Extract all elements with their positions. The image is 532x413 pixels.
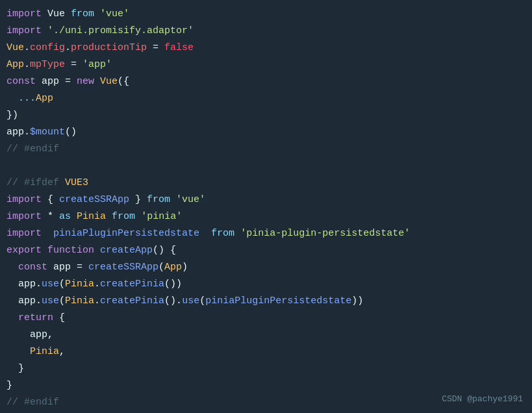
code-token: ( — [199, 294, 205, 309]
code-token: Pinia — [65, 294, 94, 309]
code-token: ( — [59, 277, 65, 292]
code-token: App — [36, 91, 53, 106]
code-token: from — [211, 226, 234, 242]
code-line: import * as Pinia from 'pinia' — [6, 209, 526, 226]
code-token: App — [6, 57, 24, 73]
code-token — [94, 6, 100, 22]
code-token: 'app' — [82, 57, 112, 73]
code-token: * — [42, 209, 59, 225]
code-token: () — [65, 125, 77, 140]
code-token: ({ — [118, 74, 129, 90]
code-token: 'pinia-plugin-persistedstate' — [240, 226, 410, 242]
code-token: app — [6, 125, 24, 140]
code-token: from — [112, 209, 135, 225]
code-token — [42, 243, 47, 258]
code-token: productionTip — [71, 40, 147, 56]
code-token: . — [94, 277, 100, 292]
code-token: // — [6, 175, 24, 191]
code-token: app. — [6, 294, 42, 309]
code-line: const app = createSSRApp(App) — [6, 260, 526, 277]
code-line: return { — [6, 310, 526, 327]
code-token: piniaPluginPersistedstate — [53, 226, 199, 242]
code-line: import './uni.promisify.adaptor' — [6, 23, 526, 40]
code-token: use — [42, 277, 59, 292]
code-token: Vue — [100, 74, 118, 90]
code-token — [94, 74, 100, 90]
code-token: } — [6, 378, 12, 394]
code-token: import — [6, 23, 42, 39]
code-token: function — [47, 243, 94, 258]
code-token: ( — [59, 294, 65, 309]
code-token: }) — [6, 108, 18, 123]
code-token: import — [6, 226, 42, 242]
code-token: . — [94, 294, 100, 309]
code-token: { — [42, 192, 59, 208]
code-line: // #ifdef VUE3 — [6, 175, 526, 192]
code-line: Vue.config.productionTip = false — [6, 40, 526, 57]
code-token: )) — [351, 294, 363, 309]
code-line: }) — [6, 108, 526, 125]
code-token: createSSRApp — [88, 260, 158, 275]
code-token — [106, 209, 112, 225]
code-line: App.mpType = 'app' — [6, 57, 526, 74]
code-line: } — [6, 361, 526, 378]
code-token: Vue — [6, 40, 24, 56]
code-token — [6, 310, 18, 326]
code-token — [170, 192, 176, 208]
code-line: app.use(Pinia.createPinia()) — [6, 277, 526, 294]
code-line: const app = new Vue({ — [6, 74, 526, 91]
code-token: } — [129, 192, 147, 208]
code-token: config — [30, 40, 65, 56]
code-token: = — [147, 40, 164, 56]
code-token: app = — [36, 74, 77, 90]
code-token: from — [71, 6, 94, 22]
code-line: ...App — [6, 91, 526, 108]
code-editor: import Vue from 'vue'import './uni.promi… — [0, 0, 532, 413]
code-token — [234, 226, 240, 242]
code-token: const — [6, 74, 36, 90]
code-line: import { createSSRApp } from 'vue' — [6, 192, 526, 209]
code-token: createPinia — [100, 294, 164, 309]
code-token: VUE3 — [65, 175, 88, 191]
code-token: // #endif — [6, 395, 59, 410]
code-token: const — [18, 260, 47, 275]
code-line: app, — [6, 327, 526, 344]
code-line: import piniaPluginPersistedstate from 'p… — [6, 226, 526, 243]
code-token: Vue — [42, 6, 71, 22]
code-token: import — [6, 6, 42, 22]
code-token: from — [147, 192, 170, 208]
code-token: , — [59, 344, 65, 360]
code-token: Pinia — [65, 277, 94, 292]
code-token: use — [42, 294, 59, 309]
code-token: './uni.promisify.adaptor' — [47, 23, 194, 39]
code-token: ( — [158, 260, 164, 275]
code-block: import Vue from 'vue'import './uni.promi… — [6, 6, 526, 412]
code-token: . — [65, 40, 71, 56]
code-token: Pinia — [6, 344, 59, 360]
code-token: piniaPluginPersistedstate — [205, 294, 351, 309]
watermark: CSDN @pachye1991 — [442, 393, 523, 407]
code-token: = — [65, 57, 82, 73]
code-token: App — [164, 260, 182, 275]
code-line: app.$mount() — [6, 125, 526, 142]
code-token: () { — [153, 243, 176, 258]
code-token: #ifdef — [24, 175, 65, 191]
code-token — [71, 209, 77, 225]
code-token: import — [6, 192, 42, 208]
code-token: . — [24, 57, 30, 73]
code-token: (). — [164, 294, 182, 309]
code-token — [135, 209, 141, 225]
code-token: return — [18, 310, 53, 326]
code-token: . — [24, 125, 30, 140]
code-token: as — [59, 209, 71, 225]
code-token — [6, 91, 18, 106]
code-line: app.use(Pinia.createPinia().use(piniaPlu… — [6, 294, 526, 310]
code-token: export — [6, 243, 42, 258]
code-token: . — [24, 40, 30, 56]
code-token — [6, 260, 18, 275]
code-token: createApp — [100, 243, 153, 258]
code-token: ... — [18, 91, 36, 106]
code-token — [94, 243, 100, 258]
code-token: $mount — [30, 125, 65, 140]
code-token: Pinia — [77, 209, 106, 225]
